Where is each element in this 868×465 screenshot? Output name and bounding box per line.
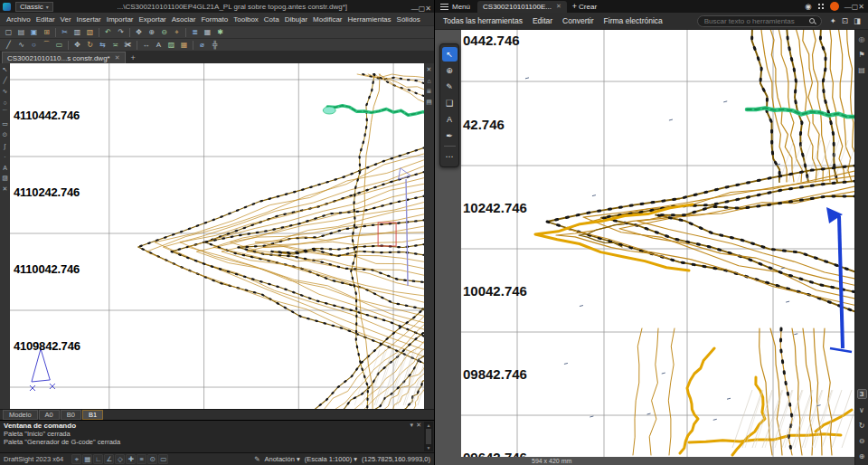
ellipse-tool-icon[interactable]: ⊙ (1, 130, 10, 139)
rotate-icon[interactable]: ↻ (84, 40, 96, 51)
close-icon[interactable]: ✕ (416, 422, 421, 429)
home-view-icon[interactable]: ⌂ (425, 76, 434, 85)
menu-editar[interactable]: Editar (33, 15, 58, 24)
search-document-icon[interactable]: ◎ (857, 34, 866, 43)
bookmarks-icon[interactable]: ⚑ (857, 50, 866, 59)
hatch-tool-icon[interactable]: ▨ (1, 174, 10, 183)
menu-insertar[interactable]: Insertar (74, 15, 104, 24)
line-tool-icon[interactable]: ╱ (3, 40, 14, 51)
edit-text-icon[interactable]: A (442, 112, 458, 127)
polar-icon[interactable]: ∠ (104, 454, 114, 464)
close-button[interactable]: ✕ (425, 5, 431, 13)
refresh-icon[interactable]: ↻ (857, 421, 866, 430)
zoom-out-icon[interactable]: ⊖ (857, 436, 866, 445)
menu-formato[interactable]: Formato (198, 15, 231, 24)
menu-solidos[interactable]: Sólidos (394, 15, 423, 24)
polyline-tool-icon[interactable]: ∿ (1, 87, 10, 96)
close-tab-icon[interactable]: ✕ (115, 54, 120, 62)
etrack-icon[interactable]: ✚ (126, 454, 136, 464)
collapse-icon[interactable]: ∨ (857, 405, 866, 414)
sign-icon[interactable]: ✒ (442, 128, 458, 143)
undo-icon[interactable]: ↶ (102, 27, 114, 38)
cut-icon[interactable]: ✂ (59, 27, 71, 38)
spline-tool-icon[interactable]: ∫ (1, 141, 10, 150)
tool-menu-convertir[interactable]: Convertir (561, 16, 594, 25)
scroll-down-icon[interactable]: ▼ (427, 445, 431, 451)
apps-grid-icon[interactable] (817, 3, 825, 10)
sheet-tab-modelo[interactable]: Modelo (3, 410, 38, 420)
line-tool-icon[interactable]: ╱ (1, 76, 10, 85)
workspace-selector[interactable]: Classic ▾ (15, 2, 53, 12)
menu-button[interactable]: Menú (439, 3, 472, 11)
side-panel-icon[interactable]: ◨ (854, 16, 861, 25)
sheet-tab-b1[interactable]: B1 (82, 410, 103, 420)
menu-herramientas[interactable]: Herramientas (345, 15, 394, 24)
polyline-tool-icon[interactable]: ∿ (15, 40, 27, 51)
menu-asociar[interactable]: Asociar (169, 15, 199, 24)
dimension-icon[interactable]: ↔ (140, 40, 152, 51)
grid-snap-icon[interactable]: ╬ (209, 40, 221, 51)
create-button[interactable]: + Crear (572, 2, 597, 11)
print-icon[interactable]: ⊡ (842, 16, 848, 25)
ortho-icon[interactable]: ∟ (93, 454, 103, 464)
zoom-in-icon[interactable]: ⊕ (146, 27, 157, 38)
menu-importar[interactable]: Importar (104, 15, 137, 24)
menu-modificar[interactable]: Modificar (310, 15, 344, 24)
hatch-icon[interactable]: ▨ (165, 40, 177, 51)
close-panel-icon[interactable]: ✕ (425, 65, 434, 74)
ucs-icon[interactable]: ⊙ (147, 454, 157, 464)
menu-ver[interactable]: Ver (58, 15, 74, 24)
paste-icon[interactable]: ▧ (84, 27, 96, 38)
scroll-up-icon[interactable]: ▲ (427, 422, 431, 428)
point-tool-icon[interactable]: · (1, 152, 10, 161)
menu-exportar[interactable]: Exportar (137, 15, 169, 24)
scrollbar-thumb[interactable] (426, 429, 431, 444)
copy-icon[interactable]: ▥ (71, 27, 83, 38)
rectangle-tool-icon[interactable]: ▭ (53, 40, 65, 51)
sheet-tab-a0[interactable]: A0 (39, 410, 60, 420)
command-window[interactable]: Ventana de comando Paleta "Inicio" cerra… (0, 420, 434, 452)
scale-selector[interactable]: (Escala 1:1000) ▾ (305, 455, 357, 463)
annotation-edit-icon[interactable]: ✎ (254, 455, 259, 463)
move-icon[interactable]: ✥ (71, 40, 83, 51)
zoom-in-icon[interactable]: ⊕ (857, 451, 866, 460)
layers-icon[interactable]: ≣ (189, 27, 201, 38)
tool-menu-editar[interactable]: Editar (532, 16, 553, 25)
properties-icon[interactable]: ▦ (202, 27, 213, 38)
new-tab-button[interactable]: + (127, 52, 139, 63)
sheet-tab-b0[interactable]: B0 (61, 410, 81, 420)
select-tool-icon[interactable]: ↖ (1, 65, 10, 74)
select-tool-icon[interactable]: ↖ (442, 47, 458, 62)
page-thumbnails-icon[interactable]: ▤ (857, 65, 866, 74)
rectangle-tool-icon[interactable]: ▭ (1, 119, 10, 128)
comment-icon[interactable]: ❑ (442, 96, 458, 110)
tool-menu-firma-electronica[interactable]: Firma electrónica (603, 16, 664, 25)
tool-menu-todas-las-herramientas[interactable]: Todas las herramientas (442, 16, 524, 25)
circle-tool-icon[interactable]: ○ (1, 98, 10, 107)
save-icon[interactable]: ▣ (28, 27, 40, 38)
circle-tool-icon[interactable]: ○ (28, 40, 40, 51)
document-tab[interactable]: CS300210101100E... ✕ (477, 1, 567, 13)
close-tab-icon[interactable]: ✕ (556, 3, 561, 10)
menu-cota[interactable]: Cota (261, 15, 282, 24)
minimize-button[interactable]: — (411, 5, 419, 13)
arc-tool-icon[interactable]: ⌒ (1, 109, 10, 118)
command-scrollbar[interactable]: ▲ ▼ (424, 422, 433, 451)
settings-icon[interactable]: ✱ (214, 27, 226, 38)
trim-icon[interactable]: ✀ (122, 40, 134, 51)
open-file-icon[interactable]: ▤ (15, 27, 27, 38)
annotation-scale-selector[interactable]: Anotación ▾ (264, 455, 299, 463)
minimize-button[interactable]: — (844, 3, 852, 11)
avatar[interactable] (830, 2, 839, 11)
lineweight-icon[interactable]: ≡ (137, 454, 146, 464)
document-tab[interactable]: CS30021010110...s constr.dwg* ✕ (2, 52, 126, 63)
more-tools-icon[interactable]: ⋯ (442, 149, 458, 164)
ai-assistant-icon[interactable]: ✦ (830, 16, 836, 25)
print-icon[interactable]: ⊞ (41, 27, 52, 38)
mirror-icon[interactable]: ⇆ (97, 40, 108, 51)
layers-panel-icon[interactable]: ≣ (425, 87, 434, 96)
zoom-fit-icon[interactable]: ⌖ (171, 27, 183, 38)
zoom-out-icon[interactable]: ⊖ (158, 27, 170, 38)
undock-icon[interactable]: ▾ (410, 422, 414, 429)
text-tool-icon[interactable]: A (153, 40, 165, 51)
